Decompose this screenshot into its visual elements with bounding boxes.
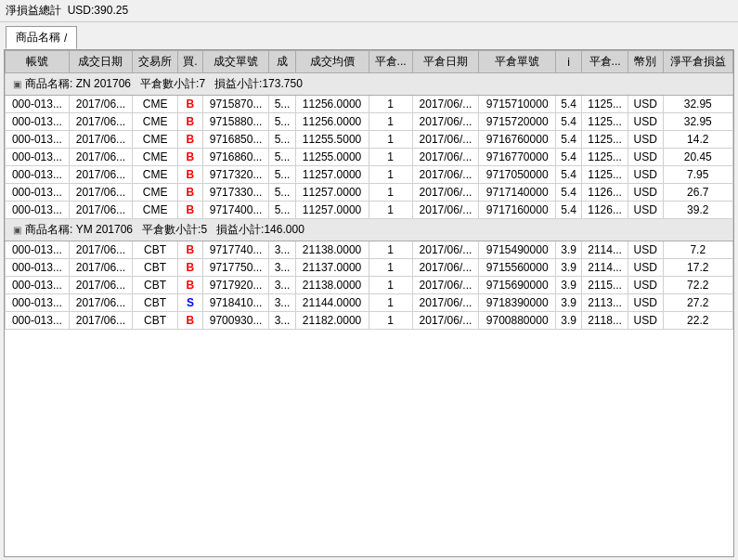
group-icon: ▣ — [13, 79, 21, 89]
table-cell: 1 — [369, 131, 412, 149]
table-cell: 5... — [269, 184, 295, 202]
table-cell: 5... — [269, 166, 295, 184]
col-i: i — [556, 51, 582, 73]
table-cell: CBT — [133, 277, 178, 294]
table-cell: USD — [628, 149, 664, 166]
table-cell: 7.2 — [663, 241, 732, 259]
table-cell: 2017/06/... — [412, 166, 479, 184]
table-cell: 9716770000 — [479, 149, 556, 166]
table-cell: 3.9 — [556, 312, 582, 330]
table-cell: 2017/06... — [69, 113, 132, 131]
table-cell: 2114... — [582, 241, 628, 259]
table-cell: 21137.0000 — [295, 259, 369, 277]
group-icon: ▣ — [13, 225, 21, 235]
table-row[interactable]: 000-013...2017/06...CMEB9716850...5...11… — [6, 131, 733, 149]
table-cell: CBT — [133, 259, 178, 277]
table-cell: 9718410... — [202, 294, 269, 312]
tab-product-name[interactable]: 商品名稱 / — [6, 26, 77, 49]
table-cell: 3.9 — [556, 294, 582, 312]
tab-bar: 商品名稱 / — [0, 22, 738, 49]
table-row[interactable]: 000-013...2017/06...CMEB9717320...5...11… — [6, 166, 733, 184]
main-container: 帳號 成交日期 交易所 買. 成交單號 成 成交均價 平倉... 平倉日期 平倉… — [4, 49, 734, 557]
table-cell: 5.4 — [556, 184, 582, 202]
table-cell: 1125... — [582, 113, 628, 131]
table-cell: 11257.0000 — [295, 202, 369, 219]
table-cell: CME — [133, 166, 178, 184]
table-cell: 2017/06... — [69, 184, 132, 202]
table-cell: CBT — [133, 241, 178, 259]
table-cell: 9718390000 — [479, 294, 556, 312]
col-account: 帳號 — [6, 51, 70, 73]
table-row[interactable]: 000-013...2017/06...CMEB9715880...5...11… — [6, 113, 733, 131]
table-row[interactable]: 000-013...2017/06...CMEB9716860...5...11… — [6, 149, 733, 166]
table-cell: 27.2 — [663, 294, 732, 312]
table-cell: B — [178, 166, 203, 184]
table-cell: 1 — [369, 184, 412, 202]
table-row[interactable]: 000-013...2017/06...CBTB9700930...3...21… — [6, 312, 733, 330]
table-cell: 3.9 — [556, 259, 582, 277]
table-row[interactable]: 000-013...2017/06...CMEB9717400...5...11… — [6, 202, 733, 219]
table-cell: USD — [628, 259, 664, 277]
table-cell: 9717140000 — [479, 184, 556, 202]
table-cell: B — [178, 113, 203, 131]
table-cell: 2017/06/... — [412, 149, 479, 166]
table-cell: 1 — [369, 149, 412, 166]
table-cell: 9717330... — [202, 184, 269, 202]
table-cell: 000-013... — [6, 96, 70, 113]
table-cell: 2017/06... — [69, 259, 132, 277]
group-product: 商品名稱: YM 201706 — [25, 223, 133, 236]
table-cell: 2017/06/... — [412, 202, 479, 219]
net-pnl-currency: USD — [68, 4, 91, 17]
table-cell: 7.95 — [663, 166, 732, 184]
table-row[interactable]: 000-013...2017/06...CMEB9717330...5...11… — [6, 184, 733, 202]
table-cell: USD — [628, 277, 664, 294]
table-cell: 2017/06/... — [412, 277, 479, 294]
table-cell: CME — [133, 202, 178, 219]
col-exchange: 交易所 — [133, 51, 178, 73]
table-cell: 9717920... — [202, 277, 269, 294]
col-flat-qty: 平倉... — [369, 51, 412, 73]
table-cell: 000-013... — [6, 277, 70, 294]
table-cell: 1 — [369, 113, 412, 131]
table-cell: 17.2 — [663, 259, 732, 277]
table-body: ▣商品名稱: ZN 201706 平倉數小計:7 損益小計:173.750000… — [6, 73, 733, 330]
table-cell: 22.2 — [663, 312, 732, 330]
net-pnl-label: 淨損益總計 — [6, 4, 61, 17]
table-cell: 2017/06/... — [412, 113, 479, 131]
table-row[interactable]: 000-013...2017/06...CBTB9717740...3...21… — [6, 241, 733, 259]
table-cell: 11257.0000 — [295, 166, 369, 184]
table-cell: 2017/06... — [69, 312, 132, 330]
table-cell: S — [178, 294, 203, 312]
table-row[interactable]: 000-013...2017/06...CBTS9718410...3...21… — [6, 294, 733, 312]
tab-product-name-label: 商品名稱 — [16, 30, 60, 46]
table-row[interactable]: 000-013...2017/06...CBTB9717920...3...21… — [6, 277, 733, 294]
group-header: ▣商品名稱: YM 201706 平倉數小計:5 損益小計:146.000 — [6, 219, 733, 241]
table-cell: CBT — [133, 294, 178, 312]
table-cell: 1 — [369, 166, 412, 184]
table-cell: 2017/06/... — [412, 96, 479, 113]
table-cell: 5... — [269, 202, 295, 219]
table-cell: CME — [133, 131, 178, 149]
table-cell: 3... — [269, 241, 295, 259]
table-cell: B — [178, 131, 203, 149]
table-cell: 000-013... — [6, 149, 70, 166]
table-cell: 1126... — [582, 202, 628, 219]
table-cell: 1125... — [582, 166, 628, 184]
table-cell: 9717400... — [202, 202, 269, 219]
table-row[interactable]: 000-013...2017/06...CBTB9717750...3...21… — [6, 259, 733, 277]
group-flat-count-label: 平倉數小計:7 — [140, 77, 205, 90]
table-cell: CME — [133, 113, 178, 131]
col-buy: 買. — [178, 51, 203, 73]
table-cell: 9715690000 — [479, 277, 556, 294]
table-cell: 3... — [269, 277, 295, 294]
group-header: ▣商品名稱: ZN 201706 平倉數小計:7 損益小計:173.750 — [6, 73, 733, 96]
table-cell: 5.4 — [556, 149, 582, 166]
table-cell: 3... — [269, 312, 295, 330]
tab-edit-icon[interactable]: / — [64, 32, 67, 45]
col-flat-price: 平倉... — [582, 51, 628, 73]
table-cell: 26.7 — [663, 184, 732, 202]
table-cell: 1 — [369, 202, 412, 219]
table-cell: 5.4 — [556, 96, 582, 113]
table-row[interactable]: 000-013...2017/06...CMEB9715870...5...11… — [6, 96, 733, 113]
table-cell: B — [178, 312, 203, 330]
